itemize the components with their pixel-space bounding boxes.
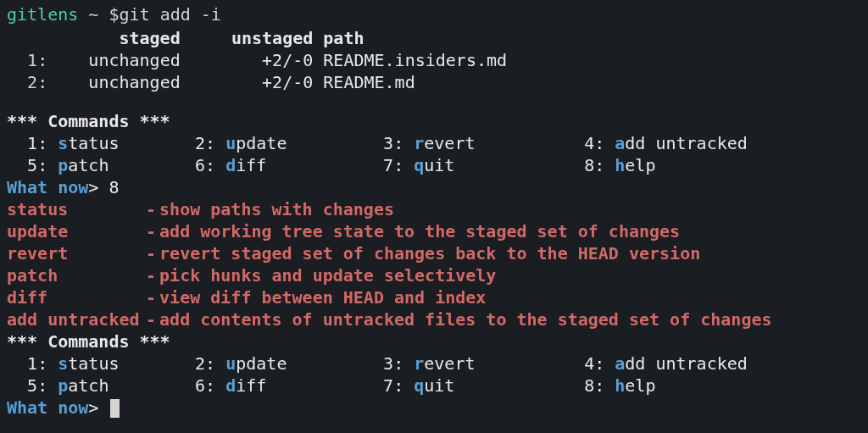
cmd-hotkey: a (615, 133, 625, 153)
cmd-hotkey: d (225, 155, 236, 175)
commands-header: *** Commands *** (7, 110, 861, 132)
cmd-hotkey: r (414, 353, 424, 374)
cmd-hotkey: p (58, 375, 68, 396)
cmd-hotkey: h (615, 375, 625, 396)
row-unstaged: +2/-0 (262, 50, 313, 70)
cmd-hotkey: p (58, 155, 68, 175)
cmd-rest: evert (424, 133, 475, 153)
help-cmd-desc: show paths with changes (159, 199, 394, 219)
cmd-num: 3: (383, 353, 403, 374)
cmd-num: 2: (195, 133, 215, 153)
cmd-hotkey: a (615, 353, 625, 374)
row-index: 2: (27, 72, 47, 92)
cmd-hotkey: q (414, 155, 424, 175)
help-separator: - (146, 287, 156, 308)
cmd-rest: tatus (68, 353, 119, 374)
cmd-rest: elp (625, 155, 655, 175)
help-cmd-name: add untracked (7, 308, 142, 330)
cmd-rest: elp (625, 375, 655, 396)
header-staged: staged (119, 28, 180, 48)
commands-row: 1: status 2: update 3: revert 4: add unt… (7, 132, 861, 154)
cmd-num: 3: (383, 133, 403, 153)
cmd-hotkey: r (414, 133, 424, 153)
commands-header: *** Commands *** (7, 330, 861, 353)
prompt-directory: gitlens (7, 4, 78, 25)
cmd-num: 4: (584, 353, 604, 374)
cmd-hotkey: s (58, 353, 68, 374)
help-line: update-add working tree state to the sta… (7, 220, 861, 242)
help-line: add untracked-add contents of untracked … (7, 308, 861, 330)
cmd-num: 6: (195, 375, 215, 396)
cmd-rest: dd untracked (625, 133, 748, 153)
commands-row: 5: patch 6: diff 7: quit 8: help (7, 375, 861, 397)
help-cmd-desc: add contents of untracked files to the s… (159, 309, 771, 330)
status-row: 1: unchanged +2/-0 README.insiders.md (7, 49, 861, 71)
what-now-label: What now (7, 177, 88, 197)
cmd-hotkey: d (225, 375, 236, 396)
what-now-prompt-line: What now> 8 (7, 176, 861, 198)
commands-row: 1: status 2: update 3: revert 4: add unt… (7, 353, 861, 375)
cmd-num: 4: (584, 133, 604, 153)
help-cmd-name: diff (7, 286, 142, 308)
cmd-hotkey: u (225, 133, 236, 153)
row-staged: unchanged (88, 50, 180, 70)
help-cmd-desc: pick hunks and update selectively (159, 265, 496, 286)
cmd-rest: iff (236, 155, 266, 175)
cmd-rest: dd untracked (625, 353, 748, 374)
cmd-num: 8: (584, 155, 604, 175)
command-text[interactable]: git add -i (119, 4, 220, 25)
row-path: README.insiders.md (323, 50, 507, 70)
help-cmd-desc: view diff between HEAD and index (159, 287, 486, 308)
row-staged: unchanged (88, 72, 180, 92)
status-header-row: staged unstaged path (7, 27, 861, 49)
help-separator: - (146, 265, 156, 286)
help-line: diff-view diff between HEAD and index (7, 286, 861, 308)
cmd-hotkey: u (225, 353, 236, 374)
what-now-prompt-line[interactable]: What now> (7, 397, 861, 419)
row-index: 1: (27, 50, 47, 70)
header-unstaged: unstaged (231, 28, 313, 48)
help-line: revert-revert staged set of changes back… (7, 242, 861, 264)
row-unstaged: +2/-0 (262, 72, 313, 92)
help-cmd-name: patch (7, 264, 142, 286)
what-now-arrow: > (88, 177, 98, 197)
prompt-dollar: $ (108, 4, 119, 25)
help-cmd-desc: revert staged set of changes back to the… (159, 243, 700, 264)
what-now-arrow: > (88, 397, 98, 418)
help-line: patch-pick hunks and update selectively (7, 264, 861, 286)
cmd-num: 6: (195, 155, 215, 175)
cmd-rest: pdate (236, 353, 287, 374)
help-separator: - (146, 221, 156, 241)
cmd-num: 1: (27, 353, 47, 374)
cursor-icon[interactable] (110, 399, 120, 418)
commands-row: 5: patch 6: diff 7: quit 8: help (7, 154, 861, 176)
cmd-num: 7: (383, 375, 403, 396)
what-now-label: What now (7, 397, 88, 418)
help-separator: - (146, 243, 156, 264)
cmd-hotkey: q (414, 375, 424, 396)
row-path: README.md (323, 72, 415, 92)
help-separator: - (146, 199, 156, 219)
cmd-num: 1: (27, 133, 47, 153)
cmd-num: 5: (27, 375, 47, 396)
help-cmd-name: status (7, 198, 142, 220)
help-cmd-name: update (7, 220, 142, 242)
cmd-num: 2: (195, 353, 215, 374)
cmd-rest: iff (236, 375, 266, 396)
cmd-hotkey: h (615, 155, 625, 175)
cmd-rest: atch (68, 375, 108, 396)
header-path: path (323, 28, 364, 48)
status-row: 2: unchanged +2/-0 README.md (7, 71, 861, 93)
cmd-hotkey: s (58, 133, 68, 153)
cmd-rest: evert (424, 353, 475, 374)
cmd-rest: atch (68, 155, 108, 175)
help-line: status-show paths with changes (7, 198, 861, 220)
cmd-rest: uit (424, 155, 454, 175)
cmd-rest: uit (424, 375, 454, 396)
user-input[interactable]: 8 (108, 177, 119, 197)
blank-line (7, 93, 861, 110)
cmd-num: 7: (383, 155, 403, 175)
cmd-rest: pdate (236, 133, 287, 153)
cmd-rest: tatus (68, 133, 119, 153)
shell-prompt-line: gitlens ~ $git add -i (7, 3, 861, 25)
